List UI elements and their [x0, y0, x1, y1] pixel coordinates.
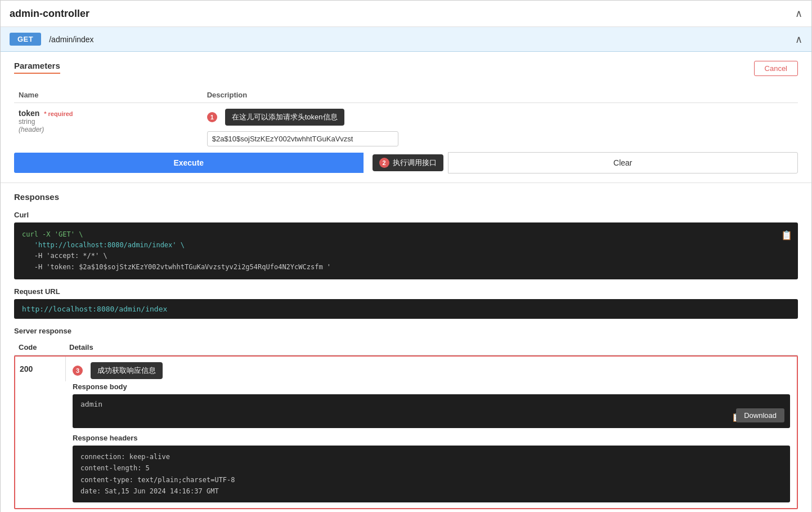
response-body-label: Response body — [73, 382, 790, 391]
curl-line4: -H 'token: $2a$10$sojStzKEzY002vtwhhtTGu… — [22, 262, 790, 273]
header-line-1: content-length: 5 — [80, 462, 782, 474]
curl-line3: -H 'accept: */*' \ — [22, 251, 790, 261]
header-line-3: date: Sat,15 Jun 2024 14:16:37 GMT — [80, 486, 782, 497]
parameters-table: Name Description token * required string… — [14, 87, 798, 152]
token-param-name: token — [19, 109, 39, 118]
clear-button[interactable]: Clear — [448, 152, 798, 173]
token-input[interactable] — [207, 131, 398, 146]
col-name: Name — [14, 87, 203, 103]
cancel-button[interactable]: Cancel — [754, 61, 798, 76]
token-location: (header) — [19, 126, 198, 133]
server-response-label: Server response — [14, 327, 798, 335]
tooltip3-number: 3 — [73, 366, 83, 376]
curl-copy-icon[interactable]: 📋 — [781, 228, 792, 243]
responses-section: Responses Curl 📋 curl -X 'GET' \ 'http:/… — [1, 183, 811, 512]
curl-label: Curl — [14, 211, 798, 219]
download-button[interactable]: Download — [736, 408, 784, 422]
header-line-2: content-type: text/plain;charset=UTF-8 — [80, 474, 782, 486]
response-body-content: admin — [80, 400, 102, 408]
tooltip1-text: 在这儿可以添加请求头token信息 — [225, 109, 344, 126]
main-container: admin-controller ∧ GET /admin/index ∧ Ca… — [0, 0, 812, 512]
page-header: admin-controller ∧ — [1, 1, 811, 27]
tooltip1-row: 1 在这儿可以添加请求头token信息 — [207, 109, 793, 126]
endpoint-bar: GET /admin/index ∧ — [1, 27, 811, 52]
tooltip3-row: 3 成功获取响应信息 — [73, 362, 790, 379]
response-body-block: admin 📋 Download — [73, 394, 790, 428]
tooltip1-number: 1 — [207, 112, 217, 122]
code-col-header: Code — [19, 343, 69, 351]
tooltip2-number: 2 — [379, 158, 389, 168]
response-headers-label: Response headers — [73, 434, 790, 442]
method-badge: GET — [10, 33, 41, 46]
token-required-label: * required — [44, 110, 73, 117]
header-collapse-icon[interactable]: ∧ — [795, 7, 802, 20]
request-url-block: http://localhost:8080/admin/index — [14, 299, 798, 319]
page-title: admin-controller — [10, 8, 89, 20]
response-200-row: 200 3 成功获取响应信息 Response body admin 📋 Dow… — [14, 355, 798, 510]
response-headers-block: connection: keep-alive content-length: 5… — [73, 446, 790, 503]
tooltip3-text: 成功获取响应信息 — [91, 362, 163, 379]
details-col-header: Details — [69, 343, 793, 351]
execute-tooltip: 2 执行调用接口 — [373, 154, 443, 171]
col-description: Description — [203, 87, 798, 103]
curl-block: 📋 curl -X 'GET' \ 'http://localhost:8080… — [14, 222, 798, 279]
tooltip2-text: 执行调用接口 — [393, 158, 437, 168]
endpoint-path: /admin/index — [49, 35, 795, 44]
endpoint-collapse-icon[interactable]: ∧ — [795, 33, 802, 46]
request-url-label: Request URL — [14, 287, 798, 296]
response-table-header: Code Details — [14, 340, 798, 355]
curl-line1: curl -X 'GET' \ — [22, 229, 790, 240]
response-details-cell: 3 成功获取响应信息 Response body admin 📋 Downloa… — [66, 357, 797, 509]
responses-title: Responses — [14, 192, 798, 202]
header-line-0: connection: keep-alive — [80, 451, 782, 462]
parameters-section-title: Parameters — [14, 61, 60, 74]
curl-line2: 'http://localhost:8080/admin/index' \ — [22, 240, 790, 251]
parameters-section: Cancel Parameters Name Description token… — [1, 52, 811, 183]
action-row: Execute 2 执行调用接口 Clear — [14, 152, 798, 173]
token-type: string — [19, 118, 198, 126]
execute-button[interactable]: Execute — [14, 153, 364, 173]
token-param-row: token * required string (header) 1 在这儿可以… — [14, 103, 798, 153]
response-code: 200 — [15, 357, 66, 381]
